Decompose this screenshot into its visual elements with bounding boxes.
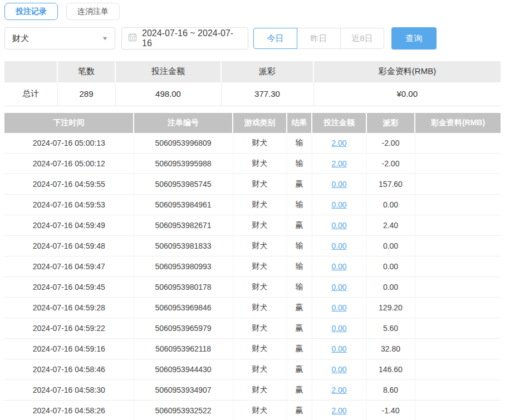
record-row: 2024-07-16 04:59:285060953969846财犬赢0.001…	[4, 298, 501, 318]
summary-header-row: 笔数投注金额派彩彩金资料(RMB)	[4, 61, 501, 82]
record-row: 2024-07-16 04:59:535060953984961财犬输0.000…	[4, 195, 501, 215]
payout-cell: -1.40	[366, 401, 415, 420]
game-type-cell: 财犬	[233, 133, 287, 154]
tab-canceled-orders[interactable]: 连消注单	[66, 3, 120, 20]
bet-amount-cell: 0.00	[312, 256, 366, 277]
bet-amount-link[interactable]: 0.00	[331, 303, 346, 312]
bet-amount-link[interactable]: 0.00	[331, 200, 346, 209]
search-button[interactable]: 查询	[391, 27, 437, 50]
game-type-cell: 财犬	[233, 298, 287, 318]
order-number-cell: 5060953980178	[134, 277, 233, 298]
game-type-cell: 财犬	[233, 256, 287, 277]
bet-amount-link[interactable]: 2.00	[331, 159, 346, 168]
summary-column-header: 投注金额	[115, 61, 221, 82]
bet-time-cell: 2024-07-16 04:58:30	[4, 380, 134, 401]
bet-amount-link[interactable]: 0.00	[331, 324, 346, 333]
order-number-cell: 5060953981833	[134, 236, 233, 256]
record-row: 2024-07-16 04:58:265060953932522财犬赢2.00-…	[4, 401, 501, 420]
order-number-cell: 5060953996809	[134, 133, 233, 154]
game-type-cell: 财犬	[233, 154, 287, 174]
summary-total-cell: 289	[57, 82, 115, 106]
payout-cell: 0.00	[366, 195, 415, 215]
record-row: 2024-07-16 04:59:165060953962118财犬赢0.003…	[4, 339, 501, 359]
bet-amount-cell: 0.00	[312, 236, 366, 256]
bonus-cell	[415, 133, 501, 154]
betting-records-page: 投注记录 连消注单 财犬 ▼ 2024-07-16 ~ 202	[0, 0, 505, 420]
date-range-input[interactable]: 2024-07-16 ~ 2024-07-16	[121, 27, 248, 50]
bonus-cell	[415, 277, 501, 298]
bonus-cell	[415, 359, 501, 380]
summary-total-cell: ¥0.00	[313, 82, 501, 106]
bet-time-cell: 2024-07-16 04:59:28	[4, 298, 134, 318]
records-column-header: 下注时间	[4, 113, 134, 133]
game-type-cell: 财犬	[233, 339, 287, 359]
game-type-cell: 财犬	[233, 174, 287, 195]
payout-cell: 146.60	[366, 359, 415, 380]
last-8-days-button[interactable]: 近8日	[340, 28, 384, 49]
records-header-row: 下注时间注单编号游戏类别结果投注金额派彩彩金资料(RMB)	[4, 113, 501, 133]
bet-amount-cell: 2.00	[312, 154, 366, 174]
summary-total-cell: 总计	[4, 82, 57, 106]
bet-amount-link[interactable]: 0.00	[331, 283, 346, 291]
order-number-cell: 5060953980993	[134, 256, 233, 277]
records-column-header: 彩金资料(RMB)	[415, 113, 501, 133]
bet-amount-link[interactable]: 2.00	[331, 139, 346, 147]
bet-time-cell: 2024-07-16 04:58:46	[4, 359, 134, 380]
bet-amount-link[interactable]: 0.00	[331, 221, 346, 230]
record-row: 2024-07-16 04:59:495060953982671财犬赢0.002…	[4, 215, 501, 236]
bet-amount-link[interactable]: 2.00	[331, 406, 346, 415]
bet-time-cell: 2024-07-16 04:59:55	[4, 174, 134, 195]
bet-amount-cell: 2.00	[312, 380, 366, 401]
records-body: 2024-07-16 05:00:135060953996809财犬输2.00-…	[4, 133, 501, 420]
order-number-cell: 5060953944430	[134, 359, 233, 380]
record-row: 2024-07-16 05:00:135060953996809财犬输2.00-…	[4, 133, 501, 154]
summary-column-header: 笔数	[57, 61, 115, 82]
bonus-cell	[415, 236, 501, 256]
payout-cell: 32.80	[366, 339, 415, 359]
tab-bar: 投注记录 连消注单	[4, 3, 501, 20]
bet-amount-link[interactable]: 0.00	[331, 344, 346, 353]
filter-bar: 财犬 ▼ 2024-07-16 ~ 2024-07-16 今日	[4, 27, 501, 50]
today-button[interactable]: 今日	[253, 28, 297, 49]
bonus-cell	[415, 380, 501, 401]
bet-amount-link[interactable]: 0.00	[331, 365, 346, 374]
bonus-cell	[415, 298, 501, 318]
record-row: 2024-07-16 04:59:475060953980993财犬输0.000…	[4, 256, 501, 277]
bet-amount-cell: 0.00	[312, 277, 366, 298]
bet-amount-link[interactable]: 2.00	[331, 386, 346, 394]
order-number-cell: 5060953985745	[134, 174, 233, 195]
bet-amount-link[interactable]: 0.00	[331, 262, 346, 271]
game-type-cell: 财犬	[233, 236, 287, 256]
bet-time-cell: 2024-07-16 05:00:12	[4, 154, 134, 174]
record-row: 2024-07-16 04:59:455060953980178财犬输0.000…	[4, 277, 501, 298]
bonus-cell	[415, 339, 501, 359]
chevron-down-icon: ▼	[101, 36, 108, 41]
result-cell: 赢	[287, 380, 312, 401]
result-cell: 赢	[287, 215, 312, 236]
game-select[interactable]: 财犬 ▼	[4, 27, 115, 50]
record-row: 2024-07-16 04:59:555060953985745财犬赢0.001…	[4, 174, 501, 195]
bet-time-cell: 2024-07-16 04:59:48	[4, 236, 134, 256]
summary-column-header: 派彩	[221, 61, 313, 82]
payout-cell: 157.60	[366, 174, 415, 195]
game-type-cell: 财犬	[233, 401, 287, 420]
result-cell: 输	[287, 133, 312, 154]
bet-amount-cell: 0.00	[312, 195, 366, 215]
records-column-header: 派彩	[366, 113, 415, 133]
bet-time-cell: 2024-07-16 04:59:49	[4, 215, 134, 236]
yesterday-button[interactable]: 昨日	[297, 28, 341, 49]
bonus-cell	[415, 154, 501, 174]
tab-bet-records[interactable]: 投注记录	[4, 3, 58, 20]
order-number-cell: 5060953969846	[134, 298, 233, 318]
bet-amount-link[interactable]: 0.00	[331, 180, 346, 189]
payout-cell: 0.00	[366, 277, 415, 298]
result-cell: 赢	[287, 359, 312, 380]
bet-amount-cell: 2.00	[312, 133, 366, 154]
calendar-icon	[128, 33, 137, 44]
game-type-cell: 财犬	[233, 277, 287, 298]
summary-total-cell: 377.30	[221, 82, 313, 106]
bonus-cell	[415, 195, 501, 215]
bet-amount-link[interactable]: 0.00	[331, 241, 346, 250]
record-row: 2024-07-16 04:59:225060953965979财犬赢0.005…	[4, 318, 501, 339]
summary-total-cell: 498.00	[115, 82, 221, 106]
